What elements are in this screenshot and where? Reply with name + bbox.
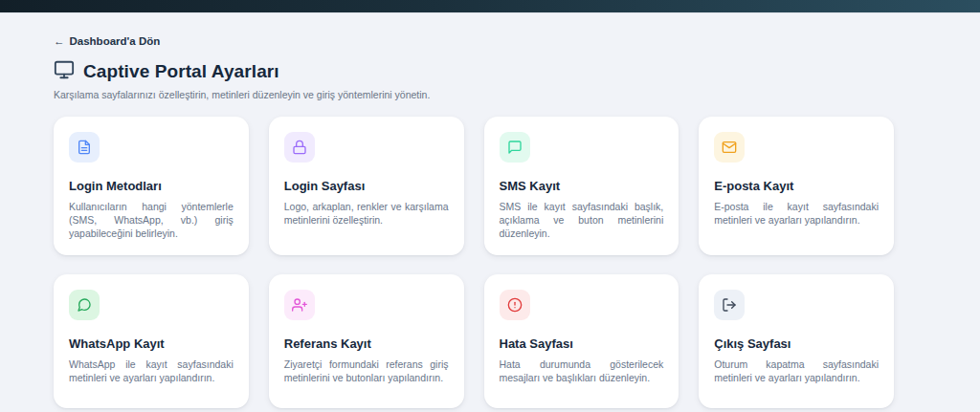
card-description: SMS ile kayıt sayfasındaki başlık, açıkl… [500, 200, 664, 240]
card-description: Oturum kapatma sayfasındaki metinleri ve… [714, 358, 879, 384]
page-content: ← Dashboard'a Dön Captive Portal Ayarlar… [0, 13, 894, 412]
message-square-icon [507, 140, 523, 155]
card-whatsapp-kayit[interactable]: WhatsApp Kayıt WhatsApp ile kayıt sayfas… [54, 274, 249, 408]
page-subtitle: Karşılama sayfalarınızı özelleştirin, me… [54, 89, 894, 100]
alert-circle-icon [507, 297, 523, 313]
message-circle-icon [77, 297, 92, 313]
card-login-metodlari[interactable]: Login Metodları Kullanıcıların hangi yön… [54, 117, 249, 255]
card-icon [500, 132, 530, 163]
card-icon [284, 290, 315, 320]
card-description: Kullanıcıların hangi yöntemlerle (SMS, W… [69, 200, 234, 240]
card-hata-sayfasi[interactable]: Hata Sayfası Hata durumunda gösterilecek… [484, 274, 679, 408]
card-title: WhatsApp Kayıt [69, 336, 234, 351]
card-icon [69, 290, 100, 320]
card-description: Hata durumunda gösterilecek mesajları ve… [500, 358, 664, 384]
mail-icon [722, 140, 737, 155]
card-title: SMS Kayıt [500, 179, 664, 193]
card-cikis-sayfasi[interactable]: Çıkış Sayfası Oturum kapatma sayfasındak… [699, 274, 894, 408]
lock-icon [292, 140, 307, 155]
card-icon [284, 132, 315, 163]
card-icon [500, 290, 530, 320]
card-icon [69, 132, 100, 163]
card-title: Login Sayfası [284, 179, 449, 193]
top-bar [0, 0, 980, 13]
monitor-icon [54, 59, 75, 84]
page-header: Captive Portal Ayarları [54, 59, 894, 84]
settings-card-grid: Login Metodları Kullanıcıların hangi yön… [54, 117, 894, 408]
card-description: WhatsApp ile kayıt sayfasındaki metinler… [69, 358, 234, 384]
card-description: Ziyaretçi formundaki referans giriş meti… [284, 358, 449, 384]
back-to-dashboard-link[interactable]: ← Dashboard'a Dön [54, 35, 160, 48]
card-title: E-posta Kayıt [714, 179, 879, 193]
card-referans-kayit[interactable]: Referans Kayıt Ziyaretçi formundaki refe… [269, 274, 464, 408]
card-login-sayfasi[interactable]: Login Sayfası Logo, arkaplan, renkler ve… [269, 117, 464, 255]
card-icon [714, 132, 745, 163]
file-text-icon [77, 140, 92, 155]
arrow-left-icon: ← [54, 35, 65, 48]
page-title: Captive Portal Ayarları [83, 61, 279, 82]
card-title: Referans Kayıt [284, 336, 449, 351]
back-link-label: Dashboard'a Dön [70, 35, 161, 48]
card-title: Login Metodları [69, 179, 234, 193]
card-title: Hata Sayfası [500, 336, 664, 351]
user-plus-icon [292, 297, 307, 313]
card-icon [714, 290, 745, 320]
card-description: Logo, arkaplan, renkler ve karşılama met… [284, 200, 449, 227]
card-title: Çıkış Sayfası [714, 336, 879, 351]
log-out-icon [722, 297, 737, 313]
card-eposta-kayit[interactable]: E-posta Kayıt E-posta ile kayıt sayfasın… [699, 117, 894, 255]
card-sms-kayit[interactable]: SMS Kayıt SMS ile kayıt sayfasındaki baş… [484, 117, 679, 255]
card-description: E-posta ile kayıt sayfasındaki metinleri… [714, 200, 879, 227]
